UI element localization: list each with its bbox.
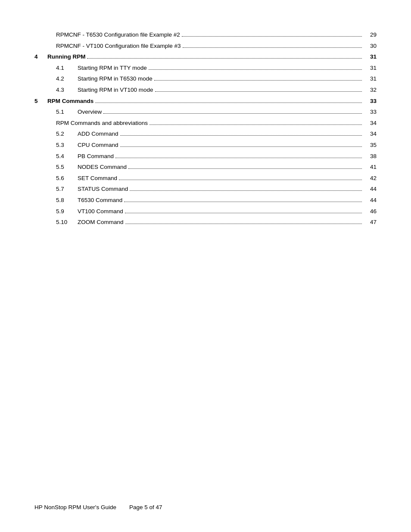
toc-entry-section-4-3[interactable]: 4.3Starting RPM in VT100 mode32 xyxy=(34,85,377,95)
toc-entry-rpmcnf-vt100-ex3[interactable]: RPMCNF - VT100 Configuration file Exampl… xyxy=(34,41,377,51)
toc-dots xyxy=(183,47,362,48)
toc-title: Starting RPM in T6530 mode xyxy=(78,74,153,84)
toc-title: VT100 Command xyxy=(78,207,123,216)
toc-number: 5.9 xyxy=(56,207,78,216)
toc-number: 4.1 xyxy=(56,63,78,73)
toc-entry-section-4-2[interactable]: 4.2Starting RPM in T6530 mode31 xyxy=(34,74,377,84)
toc-dots xyxy=(120,135,362,136)
toc-entry-rpmcnf-t6530-ex2[interactable]: RPMCNF - T6530 Configuration file Exampl… xyxy=(34,30,377,40)
toc-page: 34 xyxy=(364,118,377,128)
toc-title: T6530 Command xyxy=(78,196,122,205)
toc-number: 5.6 xyxy=(56,174,78,183)
toc-entry-section-4[interactable]: 4Running RPM31 xyxy=(34,52,377,62)
toc-dots xyxy=(149,124,362,125)
toc-page: 31 xyxy=(364,52,377,62)
toc-page: 29 xyxy=(364,30,377,40)
toc-entry-section-5-6[interactable]: 5.6SET Command42 xyxy=(34,174,377,183)
toc-number: 5.10 xyxy=(56,218,78,227)
toc-container: RPMCNF - T6530 Configuration file Exampl… xyxy=(34,30,377,227)
toc-dots xyxy=(130,190,362,191)
toc-title: Starting RPM in TTY mode xyxy=(78,63,147,73)
toc-dots xyxy=(125,224,362,224)
toc-number: 5.1 xyxy=(56,107,78,117)
toc-page: 33 xyxy=(364,96,377,106)
toc-page: 30 xyxy=(364,41,377,51)
toc-dots xyxy=(154,80,362,81)
toc-title: Starting RPM in VT100 mode xyxy=(78,85,153,95)
toc-page: 31 xyxy=(364,74,377,84)
toc-number: 4.3 xyxy=(56,85,78,95)
footer-page: Page 5 of 47 xyxy=(129,504,162,510)
toc-number: 5.7 xyxy=(56,184,78,194)
toc-entry-section-4-1[interactable]: 4.1Starting RPM in TTY mode31 xyxy=(34,63,377,73)
toc-title: Running RPM xyxy=(47,52,85,62)
toc-dots xyxy=(103,113,362,114)
toc-entry-section-5-3[interactable]: 5.3CPU Command35 xyxy=(34,140,377,150)
toc-page: 34 xyxy=(364,129,377,139)
toc-title: RPM Commands and abbreviations xyxy=(56,118,148,128)
toc-dots xyxy=(95,103,362,103)
toc-page: 38 xyxy=(364,152,377,161)
page-footer: HP NonStop RPM User's Guide Page 5 of 47 xyxy=(34,504,377,510)
toc-entry-rpm-commands-abbrev[interactable]: RPM Commands and abbreviations34 xyxy=(34,118,377,128)
toc-dots xyxy=(128,168,362,169)
toc-entry-section-5-8[interactable]: 5.8T6530 Command44 xyxy=(34,196,377,205)
toc-page: 44 xyxy=(364,196,377,205)
toc-number: 4 xyxy=(34,52,47,62)
toc-entry-section-5-4[interactable]: 5.4PB Command38 xyxy=(34,152,377,161)
footer-title: HP NonStop RPM User's Guide xyxy=(34,504,116,510)
toc-number: 5 xyxy=(34,96,47,106)
toc-number: 4.2 xyxy=(56,74,78,84)
toc-entry-section-5-1[interactable]: 5.1Overview33 xyxy=(34,107,377,117)
toc-entry-section-5[interactable]: 5RPM Commands33 xyxy=(34,96,377,106)
toc-entry-section-5-5[interactable]: 5.5NODES Command41 xyxy=(34,162,377,172)
toc-title: RPM Commands xyxy=(47,96,93,106)
toc-title: ADD Command xyxy=(78,129,118,139)
toc-title: PB Command xyxy=(78,152,114,161)
toc-dots xyxy=(120,146,362,147)
toc-dots xyxy=(149,69,362,70)
toc-number: 5.3 xyxy=(56,140,78,150)
toc-page: 31 xyxy=(364,63,377,73)
toc-title: RPMCNF - VT100 Configuration file Exampl… xyxy=(56,41,181,51)
toc-entry-section-5-10[interactable]: 5.10ZOOM Command47 xyxy=(34,218,377,227)
toc-title: CPU Command xyxy=(78,140,118,150)
toc-title: RPMCNF - T6530 Configuration file Exampl… xyxy=(56,30,180,40)
page: RPMCNF - T6530 Configuration file Exampl… xyxy=(0,0,411,532)
toc-page: 41 xyxy=(364,162,377,172)
toc-number: 5.2 xyxy=(56,129,78,139)
toc-page: 44 xyxy=(364,184,377,194)
toc-dots xyxy=(155,91,362,92)
toc-page: 32 xyxy=(364,85,377,95)
toc-page: 46 xyxy=(364,207,377,216)
toc-dots xyxy=(124,202,362,202)
toc-dots xyxy=(182,36,362,37)
toc-title: SET Command xyxy=(78,174,117,183)
toc-title: STATUS Command xyxy=(78,184,128,194)
toc-number: 5.5 xyxy=(56,162,78,172)
toc-title: ZOOM Command xyxy=(78,218,124,227)
toc-page: 33 xyxy=(364,107,377,117)
toc-page: 42 xyxy=(364,174,377,183)
toc-entry-section-5-2[interactable]: 5.2ADD Command34 xyxy=(34,129,377,139)
toc-title: NODES Command xyxy=(78,162,127,172)
toc-dots xyxy=(115,158,362,158)
toc-title: Overview xyxy=(78,107,102,117)
toc-entry-section-5-7[interactable]: 5.7STATUS Command44 xyxy=(34,184,377,194)
toc-number: 5.4 xyxy=(56,152,78,161)
toc-dots xyxy=(87,58,362,59)
toc-entry-section-5-9[interactable]: 5.9VT100 Command46 xyxy=(34,207,377,216)
toc-dots xyxy=(119,180,362,180)
toc-number: 5.8 xyxy=(56,196,78,205)
toc-page: 47 xyxy=(364,218,377,227)
toc-page: 35 xyxy=(364,140,377,150)
toc-dots xyxy=(125,213,362,213)
